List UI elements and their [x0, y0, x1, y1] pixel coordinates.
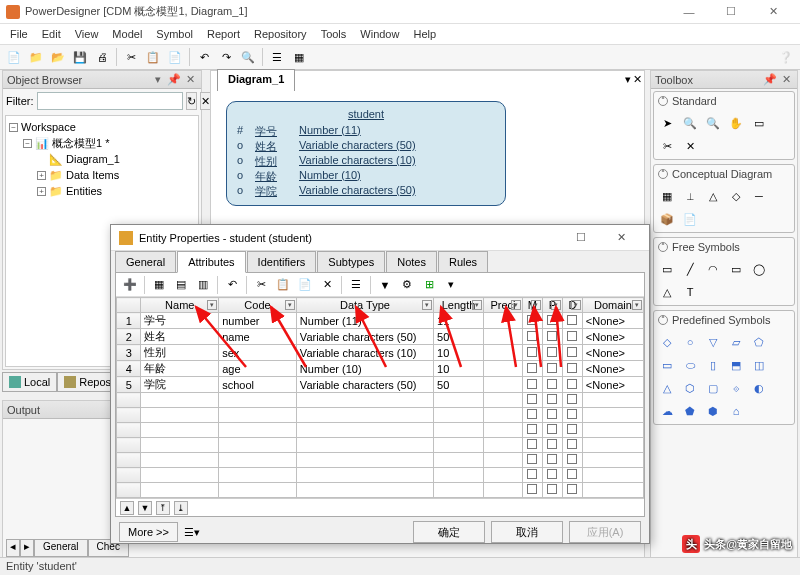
sym3-icon[interactable]: ▽	[703, 332, 723, 352]
tab-notes[interactable]: Notes	[386, 251, 437, 272]
note-tool-icon[interactable]: ▭	[657, 259, 677, 279]
sym2-icon[interactable]: ○	[680, 332, 700, 352]
sym16-icon[interactable]: ☁	[657, 401, 677, 421]
addrow-icon[interactable]: ▥	[193, 275, 213, 295]
group-predefined[interactable]: Predefined Symbols	[672, 314, 770, 326]
arc-tool-icon[interactable]: ◠	[703, 259, 723, 279]
sym12-icon[interactable]: ⬡	[680, 378, 700, 398]
project-icon[interactable]: 📁	[26, 47, 46, 67]
redo-icon[interactable]: ↷	[216, 47, 236, 67]
tab-identifiers[interactable]: Identifiers	[247, 251, 317, 272]
pin-icon[interactable]: 📌	[167, 73, 181, 87]
sym17-icon[interactable]: ⬟	[680, 401, 700, 421]
insert-icon[interactable]: ▤	[171, 275, 191, 295]
tab-local[interactable]: Local	[2, 372, 57, 392]
copy-icon[interactable]: 📋	[143, 47, 163, 67]
hand-icon[interactable]: ✋	[726, 113, 746, 133]
sym8-icon[interactable]: ▯	[703, 355, 723, 375]
canvas-dropdown-icon[interactable]: ▾	[625, 73, 631, 86]
tab-prev-icon[interactable]: ◂	[6, 539, 20, 557]
entities-node[interactable]: Entities	[66, 185, 102, 197]
prop2-icon[interactable]: ☰	[346, 275, 366, 295]
print-icon[interactable]: 🖨	[92, 47, 112, 67]
sym19-icon[interactable]: ⌂	[726, 401, 746, 421]
dropdown-icon[interactable]: ▾	[151, 73, 165, 87]
package-tool-icon[interactable]: 📦	[657, 209, 677, 229]
group-free[interactable]: Free Symbols	[672, 241, 740, 253]
diagram-tab[interactable]: Diagram_1	[217, 69, 295, 91]
toolbox-pin-icon[interactable]: 📌	[763, 73, 777, 87]
sym18-icon[interactable]: ⬢	[703, 401, 723, 421]
sym10-icon[interactable]: ◫	[749, 355, 769, 375]
maximize-button[interactable]: ☐	[710, 0, 752, 24]
line-tool-icon[interactable]: ╱	[680, 259, 700, 279]
entity-tool-icon[interactable]: ▦	[657, 186, 677, 206]
toolbox-close-icon[interactable]: ✕	[779, 73, 793, 87]
link-tool-icon[interactable]: ─	[749, 186, 769, 206]
menu-report[interactable]: Report	[201, 26, 246, 42]
sym14-icon[interactable]: ⟐	[726, 378, 746, 398]
move-down-icon[interactable]: ▼	[138, 501, 152, 515]
select-icon[interactable]: ▭	[749, 113, 769, 133]
close-button[interactable]: ✕	[752, 0, 794, 24]
paste2-icon[interactable]: 📄	[295, 275, 315, 295]
add-icon[interactable]: ▦	[149, 275, 169, 295]
tab-attributes[interactable]: Attributes	[177, 251, 245, 273]
prop-icon[interactable]: ☰	[267, 47, 287, 67]
undo-icon[interactable]: ↶	[194, 47, 214, 67]
attributes-grid[interactable]: Name▾ Code▾ Data Type▾ Length▾ Preci▾ M▾…	[116, 297, 644, 498]
more-button[interactable]: More >>	[119, 522, 178, 542]
zoomout-icon[interactable]: 🔍	[703, 113, 723, 133]
sym4-icon[interactable]: ▱	[726, 332, 746, 352]
zoomin-icon[interactable]: 🔍	[680, 113, 700, 133]
sym15-icon[interactable]: ◐	[749, 378, 769, 398]
group-conceptual[interactable]: Conceptual Diagram	[672, 168, 772, 180]
new-icon[interactable]: 📄	[4, 47, 24, 67]
menu-window[interactable]: Window	[354, 26, 405, 42]
paste-icon[interactable]: 📄	[165, 47, 185, 67]
sym6-icon[interactable]: ▭	[657, 355, 677, 375]
apply-button[interactable]: 应用(A)	[569, 521, 641, 543]
sym5-icon[interactable]: ⬠	[749, 332, 769, 352]
diagram-node[interactable]: Diagram_1	[66, 153, 120, 165]
bottom-tab-general[interactable]: General	[34, 539, 88, 557]
relation-tool-icon[interactable]: ⟂	[680, 186, 700, 206]
cut-tool-icon[interactable]: ✂	[657, 136, 677, 156]
menu-symbol[interactable]: Symbol	[150, 26, 199, 42]
tab-general[interactable]: General	[115, 251, 176, 272]
insert-row-icon[interactable]: ➕	[120, 275, 140, 295]
sym13-icon[interactable]: ▢	[703, 378, 723, 398]
move-up-icon[interactable]: ▲	[120, 501, 134, 515]
copy2-icon[interactable]: 📋	[273, 275, 293, 295]
tool3-icon[interactable]: ▾	[441, 275, 461, 295]
undo2-icon[interactable]: ↶	[222, 275, 242, 295]
cut2-icon[interactable]: ✂	[251, 275, 271, 295]
customize-icon[interactable]: ⚙	[397, 275, 417, 295]
filter2-icon[interactable]: ▼	[375, 275, 395, 295]
dataitems-node[interactable]: Data Items	[66, 169, 119, 181]
ok-button[interactable]: 确定	[413, 521, 485, 543]
menu-tools[interactable]: Tools	[315, 26, 353, 42]
delete-row-icon[interactable]: ✕	[317, 275, 337, 295]
dialog-close-button[interactable]: ✕	[601, 225, 641, 251]
canvas-close-icon[interactable]: ✕	[633, 73, 642, 86]
find-icon[interactable]: 🔍	[238, 47, 258, 67]
menu-view[interactable]: View	[69, 26, 105, 42]
entity-symbol[interactable]: student #学号Number (11) o姓名Variable chara…	[226, 101, 506, 206]
close-panel-icon[interactable]: ✕	[183, 73, 197, 87]
file-tool-icon[interactable]: 📄	[680, 209, 700, 229]
text-tool-icon[interactable]: T	[680, 282, 700, 302]
dialog-maximize-button[interactable]: ☐	[561, 225, 601, 251]
ellipse-tool-icon[interactable]: ◯	[749, 259, 769, 279]
cut-icon[interactable]: ✂	[121, 47, 141, 67]
pointer-tool-icon[interactable]: ➤	[657, 113, 677, 133]
help-icon[interactable]: ❔	[776, 47, 796, 67]
group-standard[interactable]: Standard	[672, 95, 717, 107]
menu-indicator-icon[interactable]: ☰▾	[184, 526, 200, 539]
save-icon[interactable]: 💾	[70, 47, 90, 67]
sym11-icon[interactable]: △	[657, 378, 677, 398]
inherit-tool-icon[interactable]: △	[703, 186, 723, 206]
filter-input[interactable]	[37, 92, 183, 110]
delete-tool-icon[interactable]: ✕	[680, 136, 700, 156]
filter-clear-icon[interactable]: ✕	[200, 92, 211, 110]
